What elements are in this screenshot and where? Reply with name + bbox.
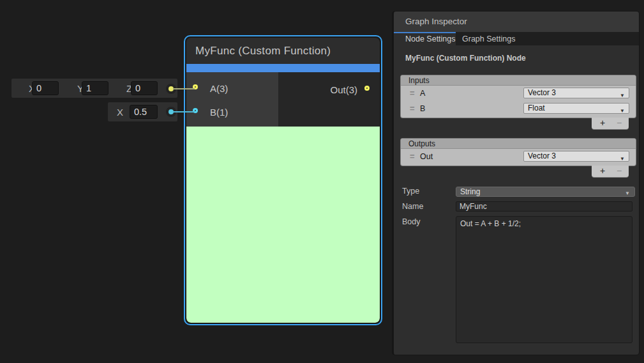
remove-output-button[interactable]: − — [611, 166, 627, 177]
x-value-field[interactable] — [32, 81, 59, 95]
add-output-button[interactable]: + — [594, 166, 611, 177]
graph-inspector-panel: Graph Inspector Node Settings Graph Sett… — [393, 12, 639, 355]
vector3-input-widget: X Y Z — [11, 79, 177, 98]
output-port-out-icon[interactable] — [364, 86, 370, 91]
body-textarea[interactable]: Out = A + B + 1/2; — [456, 216, 633, 343]
z-value-field[interactable] — [131, 81, 158, 95]
output-out-type-dropdown[interactable]: Vector 3 ▼ — [523, 151, 629, 162]
float-x-label: X — [117, 107, 123, 118]
input-b-type-value: Float — [528, 104, 545, 112]
input-a-type-value: Vector 3 — [528, 88, 556, 97]
inspector-title[interactable]: Graph Inspector — [394, 12, 639, 32]
input-row-a[interactable]: = A Vector 3 ▼ — [401, 86, 636, 101]
type-label: Type — [402, 187, 419, 196]
drag-handle-icon[interactable]: = — [410, 88, 415, 98]
name-input[interactable] — [456, 201, 633, 212]
input-slots-panel — [186, 72, 278, 127]
custom-function-node[interactable]: MyFunc (Custom Function) A(3) B(1) Out(3… — [184, 35, 382, 325]
remove-input-button[interactable]: − — [611, 118, 627, 129]
node-settings-heading: MyFunc (Custom Function) Node — [405, 52, 526, 65]
chevron-down-icon: ▼ — [625, 189, 630, 198]
node-preview — [186, 127, 380, 323]
node-title: MyFunc (Custom Function) — [186, 38, 380, 64]
shader-graph-window: X Y Z X MyFunc (Custom Function) — [0, 0, 644, 363]
outputs-add-remove-tray: + − — [592, 166, 629, 177]
chevron-down-icon: ▼ — [620, 154, 625, 164]
output-out-type-value: Vector 3 — [528, 151, 556, 160]
y-value-field[interactable] — [82, 81, 109, 95]
drag-handle-icon[interactable]: = — [410, 151, 415, 161]
inputs-list: Inputs = A Vector 3 ▼ = B Float ▼ — [401, 75, 636, 118]
type-dropdown[interactable]: String ▼ — [456, 187, 635, 197]
output-port-out-label: Out(3) — [330, 84, 357, 97]
node-body: MyFunc (Custom Function) A(3) B(1) Out(3… — [186, 38, 380, 323]
type-value: String — [460, 187, 480, 196]
outputs-list: Outputs = Out Vector 3 ▼ — [401, 139, 636, 166]
input-row-b[interactable]: = B Float ▼ — [401, 101, 636, 116]
input-a-type-dropdown[interactable]: Vector 3 ▼ — [523, 88, 629, 98]
drag-handle-icon[interactable]: = — [410, 104, 415, 113]
tab-graph-settings[interactable]: Graph Settings — [462, 33, 523, 45]
inputs-list-title: Inputs — [401, 75, 636, 86]
float-value-field[interactable] — [130, 105, 158, 119]
node-port-area: A(3) B(1) Out(3) — [186, 72, 380, 127]
input-port-a-label: A(3) — [210, 82, 228, 95]
chevron-down-icon: ▼ — [620, 91, 625, 100]
edge-float-to-b[interactable] — [173, 111, 195, 112]
float-input-widget: X — [108, 102, 177, 121]
edge-vector3-to-a[interactable] — [173, 88, 195, 89]
node-accent-bar — [186, 64, 380, 72]
tab-node-settings[interactable]: Node Settings — [394, 33, 456, 45]
chevron-down-icon: ▼ — [620, 106, 625, 116]
add-input-button[interactable]: + — [594, 118, 611, 129]
output-out-name: Out — [420, 152, 433, 161]
input-port-b-label: B(1) — [210, 106, 228, 119]
inspector-tabbar: Node Settings Graph Settings — [394, 32, 639, 45]
input-a-name: A — [420, 89, 425, 98]
output-row-out[interactable]: = Out Vector 3 ▼ — [401, 149, 636, 164]
input-b-type-dropdown[interactable]: Float ▼ — [523, 103, 629, 114]
input-b-name: B — [420, 104, 425, 113]
inputs-add-remove-tray: + − — [592, 118, 629, 129]
outputs-list-title: Outputs — [401, 139, 636, 149]
name-label: Name — [402, 202, 423, 211]
body-label: Body — [402, 217, 421, 226]
